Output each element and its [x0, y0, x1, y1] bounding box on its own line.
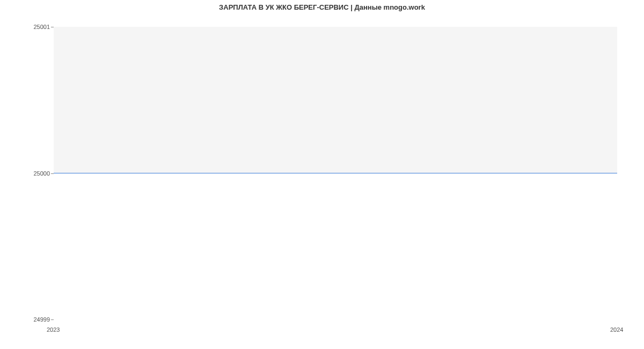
- y-tick-mark: [51, 319, 54, 320]
- chart-title: ЗАРПЛАТА В УК ЖКО БЕРЕГ-СЕРВИС | Данные …: [0, 3, 644, 11]
- y-tick-mark: [51, 27, 54, 27]
- x-tick-label: 2023: [47, 326, 60, 333]
- y-tick-label: 25001: [0, 24, 50, 30]
- y-tick-text: 24999: [33, 316, 50, 323]
- plot-lower-half: [54, 173, 617, 319]
- y-tick-label: 25000: [0, 170, 50, 177]
- y-tick-text: 25000: [33, 170, 50, 177]
- x-tick-label: 2024: [610, 326, 623, 333]
- y-tick-text: 25001: [33, 24, 50, 30]
- y-tick-mark: [51, 173, 54, 174]
- y-tick-label: 24999: [0, 316, 50, 323]
